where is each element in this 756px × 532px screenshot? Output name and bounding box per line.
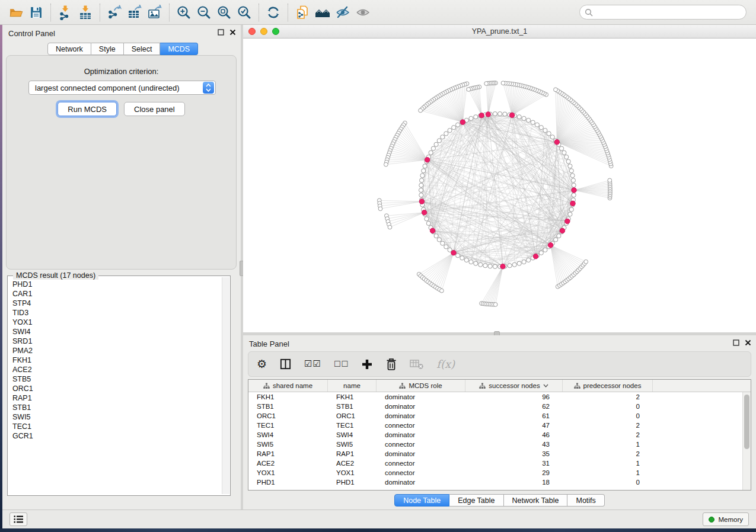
- mcds-node[interactable]: [500, 264, 506, 269]
- deselect-all-button[interactable]: ☐☐: [334, 360, 349, 368]
- scrollbar-thumb[interactable]: [744, 395, 749, 449]
- table-row[interactable]: ORC1ORC1dominator610: [248, 411, 742, 421]
- table-row[interactable]: TEC1TEC1connector472: [248, 421, 742, 430]
- clone-network-button[interactable]: [292, 2, 312, 23]
- search-input[interactable]: [596, 8, 741, 17]
- window-minimize-traffic-light[interactable]: [260, 28, 267, 35]
- mcds-result-item[interactable]: SRD1: [8, 336, 221, 346]
- mcds-node[interactable]: [479, 113, 484, 118]
- mcds-result-list[interactable]: PHD1CAR1STP4TID3YOX1SWI4SRD1PMA2FKH1ACE2…: [8, 280, 221, 494]
- table-row[interactable]: FKH1FKH1dominator962: [248, 392, 742, 402]
- mcds-result-item[interactable]: CAR1: [8, 289, 221, 299]
- tab-select[interactable]: Select: [124, 43, 161, 55]
- select-all-button[interactable]: ☑☑: [304, 360, 321, 368]
- mcds-node[interactable]: [422, 210, 427, 215]
- mcds-node[interactable]: [570, 201, 576, 206]
- show-all-button[interactable]: [353, 2, 373, 23]
- result-list-scrollbar[interactable]: [222, 277, 229, 494]
- tab-mcds[interactable]: MCDS: [160, 43, 198, 55]
- mcds-result-item[interactable]: FKH1: [8, 355, 221, 365]
- mcds-node[interactable]: [451, 250, 457, 255]
- mcds-node[interactable]: [509, 113, 515, 118]
- mcds-result-item[interactable]: SWI4: [8, 327, 221, 336]
- mcds-result-item[interactable]: TEC1: [8, 422, 221, 431]
- import-table-button[interactable]: [75, 2, 95, 23]
- optimization-criterion-select[interactable]: largest connected component (undirected): [28, 81, 216, 95]
- mcds-result-item[interactable]: GCR1: [8, 431, 221, 441]
- mcds-result-item[interactable]: ACE2: [8, 365, 221, 374]
- table-row[interactable]: STB1STB1dominator620: [248, 402, 742, 411]
- create-column-button[interactable]: [361, 358, 373, 370]
- search-box[interactable]: [579, 5, 747, 20]
- tab-motifs[interactable]: Motifs: [567, 494, 604, 507]
- hide-selected-button[interactable]: [333, 2, 353, 23]
- float-panel-icon[interactable]: [218, 29, 224, 36]
- export-image-button[interactable]: [145, 2, 165, 23]
- tab-network-table[interactable]: Network Table: [504, 494, 568, 507]
- import-network-button[interactable]: [55, 2, 75, 23]
- network-window-titlebar[interactable]: YPA_prune.txt_1: [243, 25, 756, 39]
- tab-network[interactable]: Network: [47, 43, 91, 55]
- close-panel-icon[interactable]: [229, 29, 236, 36]
- first-neighbors-button[interactable]: [312, 2, 333, 23]
- tab-edge-table[interactable]: Edge Table: [449, 494, 503, 507]
- mcds-result-item[interactable]: SWI5: [8, 412, 221, 422]
- close-panel-button[interactable]: Close panel: [124, 102, 185, 116]
- mcds-result-item[interactable]: STB5: [8, 374, 221, 384]
- mcds-result-item[interactable]: PMA2: [8, 346, 221, 355]
- mcds-result-item[interactable]: YOX1: [8, 318, 221, 327]
- apply-layout-button[interactable]: [263, 2, 283, 23]
- mcds-node[interactable]: [554, 140, 560, 145]
- fit-content-button[interactable]: [214, 2, 234, 23]
- mcds-node[interactable]: [533, 254, 538, 259]
- table-scrollbar[interactable]: [742, 392, 751, 490]
- mcds-result-item[interactable]: TID3: [8, 308, 221, 318]
- column-header-name[interactable]: name: [328, 380, 377, 392]
- mcds-result-item[interactable]: ORC1: [8, 384, 221, 393]
- column-header-mcds-role[interactable]: MCDS role: [377, 380, 465, 392]
- window-zoom-traffic-light[interactable]: [272, 28, 279, 35]
- mcds-result-item[interactable]: STP4: [8, 299, 221, 308]
- tab-style[interactable]: Style: [91, 43, 124, 55]
- table-row[interactable]: SWI5SWI5connector431: [248, 440, 742, 449]
- memory-button[interactable]: Memory: [703, 512, 749, 526]
- column-header-successor-nodes[interactable]: successor nodes: [465, 380, 563, 392]
- column-header-predecessor-nodes[interactable]: predecessor nodes: [563, 380, 653, 392]
- close-panel-icon[interactable]: [745, 339, 751, 346]
- mcds-node[interactable]: [572, 188, 577, 193]
- task-history-button[interactable]: [9, 512, 27, 526]
- export-network-button[interactable]: [104, 2, 125, 23]
- zoom-out-button[interactable]: [194, 2, 214, 23]
- export-table-button[interactable]: [125, 2, 145, 23]
- show-columns-button[interactable]: [279, 358, 292, 370]
- mcds-node[interactable]: [486, 112, 491, 117]
- delete-columns-button[interactable]: [385, 358, 397, 371]
- run-mcds-button[interactable]: Run MCDS: [58, 102, 117, 116]
- table-row[interactable]: YOX1YOX1connector291: [248, 468, 742, 477]
- mcds-node[interactable]: [548, 243, 553, 248]
- mcds-node[interactable]: [460, 120, 465, 125]
- network-canvas[interactable]: [243, 39, 756, 332]
- mcds-result-item[interactable]: PHD1: [8, 280, 221, 289]
- table-mode-button[interactable]: ⚙: [257, 358, 267, 370]
- zoom-in-button[interactable]: [174, 2, 194, 23]
- mcds-node[interactable]: [565, 219, 570, 224]
- mcds-result-item[interactable]: STB1: [8, 403, 221, 412]
- mcds-result-item[interactable]: RAP1: [8, 393, 221, 403]
- delete-table-button[interactable]: [410, 359, 424, 370]
- table-row[interactable]: PHD1PHD1dominator180: [248, 477, 742, 487]
- column-header-shared-name[interactable]: shared name: [248, 380, 328, 392]
- mcds-node[interactable]: [430, 228, 435, 233]
- zoom-selected-button[interactable]: [234, 2, 254, 23]
- window-close-traffic-light[interactable]: [248, 28, 256, 35]
- float-panel-icon[interactable]: [733, 339, 739, 346]
- mcds-node[interactable]: [419, 199, 425, 204]
- mcds-node[interactable]: [425, 158, 430, 163]
- tab-node-table[interactable]: Node Table: [394, 494, 449, 507]
- save-session-button[interactable]: [26, 2, 46, 23]
- mcds-node[interactable]: [560, 228, 565, 233]
- open-session-button[interactable]: [6, 2, 26, 23]
- function-builder-button[interactable]: f(x): [436, 359, 455, 370]
- table-row[interactable]: SWI4SWI4dominator462: [248, 430, 742, 440]
- table-row[interactable]: ACE2ACE2connector311: [248, 459, 742, 468]
